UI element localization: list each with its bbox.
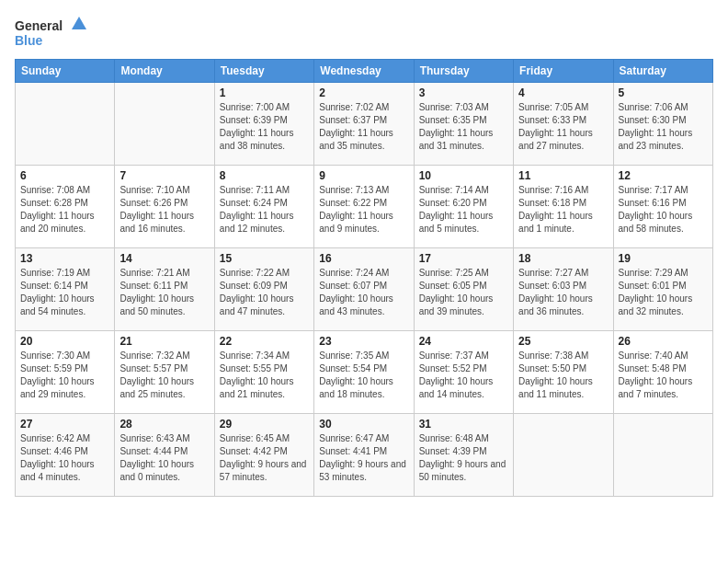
day-number: 22 <box>220 335 309 348</box>
calendar-cell: 4Sunrise: 7:05 AM Sunset: 6:33 PM Daylig… <box>514 83 613 166</box>
calendar-cell: 13Sunrise: 7:19 AM Sunset: 6:14 PM Dayli… <box>16 248 115 331</box>
day-number: 1 <box>220 86 309 99</box>
day-number: 9 <box>319 169 408 182</box>
day-info: Sunrise: 7:14 AM Sunset: 6:20 PM Dayligh… <box>419 184 508 236</box>
calendar-cell: 17Sunrise: 7:25 AM Sunset: 6:05 PM Dayli… <box>414 248 513 331</box>
day-info: Sunrise: 7:02 AM Sunset: 6:37 PM Dayligh… <box>319 101 408 153</box>
day-info: Sunrise: 7:37 AM Sunset: 5:52 PM Dayligh… <box>419 350 508 401</box>
logo: General Blue <box>15 15 88 52</box>
day-info: Sunrise: 7:35 AM Sunset: 5:54 PM Dayligh… <box>319 350 408 401</box>
day-info: Sunrise: 7:00 AM Sunset: 6:39 PM Dayligh… <box>220 101 309 153</box>
day-number: 24 <box>419 335 508 348</box>
day-info: Sunrise: 7:11 AM Sunset: 6:24 PM Dayligh… <box>220 184 309 236</box>
day-number: 30 <box>319 418 408 431</box>
week-row-5: 27Sunrise: 6:42 AM Sunset: 4:46 PM Dayli… <box>16 414 713 497</box>
day-info: Sunrise: 6:48 AM Sunset: 4:39 PM Dayligh… <box>419 432 508 484</box>
day-number: 7 <box>119 169 209 182</box>
day-number: 19 <box>619 252 708 265</box>
day-info: Sunrise: 7:17 AM Sunset: 6:16 PM Dayligh… <box>619 184 708 236</box>
day-number: 2 <box>319 86 408 99</box>
logo-svg: General Blue <box>15 15 88 52</box>
day-info: Sunrise: 7:34 AM Sunset: 5:55 PM Dayligh… <box>220 350 309 401</box>
page-header: General Blue <box>15 15 713 52</box>
day-number: 16 <box>319 252 408 265</box>
day-info: Sunrise: 7:30 AM Sunset: 5:59 PM Dayligh… <box>20 350 109 401</box>
day-info: Sunrise: 7:06 AM Sunset: 6:30 PM Dayligh… <box>619 101 708 153</box>
day-number: 29 <box>220 418 309 431</box>
weekday-header-friday: Friday <box>514 60 613 83</box>
day-number: 6 <box>20 169 109 182</box>
day-number: 10 <box>419 169 508 182</box>
calendar-cell: 20Sunrise: 7:30 AM Sunset: 5:59 PM Dayli… <box>16 331 115 414</box>
day-info: Sunrise: 7:03 AM Sunset: 6:35 PM Dayligh… <box>419 101 508 153</box>
calendar-cell: 22Sunrise: 7:34 AM Sunset: 5:55 PM Dayli… <box>214 331 313 414</box>
calendar-cell: 12Sunrise: 7:17 AM Sunset: 6:16 PM Dayli… <box>613 166 712 248</box>
weekday-header-row: SundayMondayTuesdayWednesdayThursdayFrid… <box>16 60 713 83</box>
day-number: 25 <box>518 335 608 348</box>
day-info: Sunrise: 7:05 AM Sunset: 6:33 PM Dayligh… <box>518 101 608 153</box>
day-number: 14 <box>119 252 209 265</box>
calendar-cell <box>115 83 214 166</box>
calendar-cell: 29Sunrise: 6:45 AM Sunset: 4:42 PM Dayli… <box>214 414 313 497</box>
day-info: Sunrise: 7:38 AM Sunset: 5:50 PM Dayligh… <box>518 350 608 401</box>
day-info: Sunrise: 6:42 AM Sunset: 4:46 PM Dayligh… <box>20 432 109 484</box>
day-info: Sunrise: 6:43 AM Sunset: 4:44 PM Dayligh… <box>119 432 209 484</box>
day-number: 31 <box>419 418 508 431</box>
day-number: 28 <box>119 418 209 431</box>
calendar-cell: 14Sunrise: 7:21 AM Sunset: 6:11 PM Dayli… <box>115 248 214 331</box>
day-number: 23 <box>319 335 408 348</box>
svg-text:General: General <box>15 18 63 33</box>
day-number: 17 <box>419 252 508 265</box>
calendar-cell: 24Sunrise: 7:37 AM Sunset: 5:52 PM Dayli… <box>414 331 513 414</box>
calendar-cell: 19Sunrise: 7:29 AM Sunset: 6:01 PM Dayli… <box>613 248 712 331</box>
calendar-cell: 9Sunrise: 7:13 AM Sunset: 6:22 PM Daylig… <box>314 166 414 248</box>
calendar-cell: 23Sunrise: 7:35 AM Sunset: 5:54 PM Dayli… <box>314 331 414 414</box>
day-number: 8 <box>220 169 309 182</box>
svg-marker-2 <box>72 17 86 29</box>
day-number: 27 <box>20 418 109 431</box>
day-number: 18 <box>518 252 608 265</box>
day-number: 11 <box>518 169 608 182</box>
day-number: 26 <box>619 335 708 348</box>
calendar-cell: 1Sunrise: 7:00 AM Sunset: 6:39 PM Daylig… <box>214 83 313 166</box>
day-number: 20 <box>20 335 109 348</box>
weekday-header-monday: Monday <box>115 60 214 83</box>
day-info: Sunrise: 6:45 AM Sunset: 4:42 PM Dayligh… <box>220 432 309 484</box>
day-number: 21 <box>119 335 209 348</box>
day-info: Sunrise: 7:25 AM Sunset: 6:05 PM Dayligh… <box>419 267 508 318</box>
weekday-header-sunday: Sunday <box>16 60 115 83</box>
calendar-cell: 15Sunrise: 7:22 AM Sunset: 6:09 PM Dayli… <box>214 248 313 331</box>
calendar-cell <box>613 414 712 497</box>
day-number: 4 <box>518 86 608 99</box>
calendar-cell: 26Sunrise: 7:40 AM Sunset: 5:48 PM Dayli… <box>613 331 712 414</box>
day-number: 15 <box>220 252 309 265</box>
week-row-2: 6Sunrise: 7:08 AM Sunset: 6:28 PM Daylig… <box>16 166 713 248</box>
calendar-cell: 7Sunrise: 7:10 AM Sunset: 6:26 PM Daylig… <box>115 166 214 248</box>
day-info: Sunrise: 7:32 AM Sunset: 5:57 PM Dayligh… <box>119 350 209 401</box>
day-number: 13 <box>20 252 109 265</box>
week-row-3: 13Sunrise: 7:19 AM Sunset: 6:14 PM Dayli… <box>16 248 713 331</box>
calendar-cell: 10Sunrise: 7:14 AM Sunset: 6:20 PM Dayli… <box>414 166 513 248</box>
calendar-cell: 6Sunrise: 7:08 AM Sunset: 6:28 PM Daylig… <box>16 166 115 248</box>
day-number: 3 <box>419 86 508 99</box>
day-info: Sunrise: 7:13 AM Sunset: 6:22 PM Dayligh… <box>319 184 408 236</box>
calendar-cell: 11Sunrise: 7:16 AM Sunset: 6:18 PM Dayli… <box>514 166 613 248</box>
day-info: Sunrise: 7:21 AM Sunset: 6:11 PM Dayligh… <box>119 267 209 318</box>
calendar-cell <box>514 414 613 497</box>
week-row-4: 20Sunrise: 7:30 AM Sunset: 5:59 PM Dayli… <box>16 331 713 414</box>
day-info: Sunrise: 7:22 AM Sunset: 6:09 PM Dayligh… <box>220 267 309 318</box>
svg-text:Blue: Blue <box>15 33 43 48</box>
weekday-header-saturday: Saturday <box>613 60 712 83</box>
day-info: Sunrise: 7:24 AM Sunset: 6:07 PM Dayligh… <box>319 267 408 318</box>
calendar-cell: 30Sunrise: 6:47 AM Sunset: 4:41 PM Dayli… <box>314 414 414 497</box>
calendar-cell: 28Sunrise: 6:43 AM Sunset: 4:44 PM Dayli… <box>115 414 214 497</box>
day-number: 12 <box>619 169 708 182</box>
day-info: Sunrise: 6:47 AM Sunset: 4:41 PM Dayligh… <box>319 432 408 484</box>
day-info: Sunrise: 7:40 AM Sunset: 5:48 PM Dayligh… <box>619 350 708 401</box>
weekday-header-tuesday: Tuesday <box>214 60 313 83</box>
day-info: Sunrise: 7:10 AM Sunset: 6:26 PM Dayligh… <box>119 184 209 236</box>
calendar-cell: 25Sunrise: 7:38 AM Sunset: 5:50 PM Dayli… <box>514 331 613 414</box>
calendar-table: SundayMondayTuesdayWednesdayThursdayFrid… <box>15 59 713 497</box>
calendar-cell: 8Sunrise: 7:11 AM Sunset: 6:24 PM Daylig… <box>214 166 313 248</box>
calendar-cell: 27Sunrise: 6:42 AM Sunset: 4:46 PM Dayli… <box>16 414 115 497</box>
